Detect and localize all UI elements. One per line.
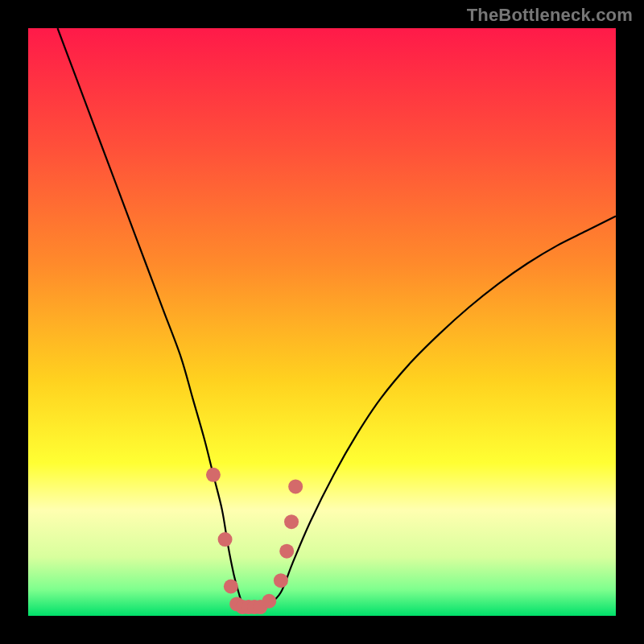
highlight-dot xyxy=(262,594,276,609)
highlight-dot xyxy=(284,514,299,529)
highlight-dot xyxy=(218,532,233,547)
highlight-dot xyxy=(279,544,294,559)
highlight-dot xyxy=(288,479,303,493)
highlight-dot xyxy=(224,580,238,594)
watermark-text: TheBottleneck.com xyxy=(467,5,633,26)
gradient-background xyxy=(28,28,616,616)
highlight-dot xyxy=(274,573,288,588)
highlight-dot xyxy=(206,468,221,482)
plot-area xyxy=(28,28,616,616)
chart-frame: TheBottleneck.com xyxy=(0,0,644,644)
bottleneck-chart xyxy=(28,28,616,616)
